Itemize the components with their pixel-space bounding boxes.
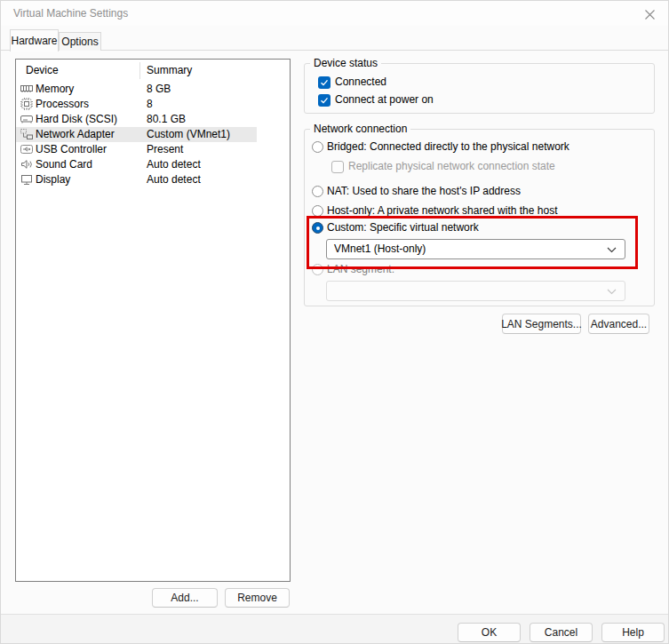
sound-icon (20, 157, 34, 171)
ok-button[interactable]: OK (458, 623, 521, 642)
device-summary: 80.1 GB (147, 112, 186, 127)
remove-button[interactable]: Remove (225, 588, 290, 608)
lan-segments-button[interactable]: LAN Segments... (502, 314, 581, 334)
network-connection-group: Network connection Bridged: Connected di… (304, 129, 655, 306)
device-list: Device Summary Memory 8 GB (15, 59, 291, 582)
device-name: USB Controller (36, 142, 107, 157)
help-button-label: Help (622, 626, 644, 639)
device-name: Hard Disk (SCSI) (36, 112, 117, 127)
lan-segment-label: LAN segment: (327, 263, 394, 276)
lan-segment-radio[interactable] (312, 264, 323, 275)
virtual-machine-settings-dialog: Virtual Machine Settings Hardware Option… (0, 0, 669, 644)
device-status-group: Device status Connected Connect at power… (304, 63, 655, 114)
advanced-button-label: Advanced... (591, 318, 647, 330)
device-row-sound-card[interactable]: Sound Card Auto detect (16, 157, 290, 172)
device-row-display[interactable]: Display Auto detect (16, 172, 290, 187)
device-name: Sound Card (36, 157, 92, 172)
device-summary: 8 (147, 97, 153, 112)
network-connection-legend: Network connection (310, 123, 410, 135)
lan-segments-button-label: LAN Segments... (501, 318, 582, 330)
connected-checkbox[interactable] (318, 76, 331, 89)
nat-label: NAT: Used to share the host's IP address (327, 185, 521, 198)
close-icon (644, 9, 656, 20)
cancel-button-label: Cancel (545, 626, 577, 639)
check-icon (320, 78, 329, 87)
device-summary: 8 GB (147, 82, 171, 97)
custom-label: Custom: Specific virtual network (327, 221, 479, 235)
device-summary: Custom (VMnet1) (147, 127, 230, 142)
custom-network-dropdown[interactable]: VMnet1 (Host-only) (326, 239, 625, 259)
bridged-label: Bridged: Connected directly to the physi… (327, 140, 569, 154)
device-name: Memory (36, 82, 74, 97)
device-row-usb-controller[interactable]: USB Controller Present (16, 142, 290, 157)
device-summary: Auto detect (147, 157, 201, 172)
display-icon (20, 172, 34, 187)
connect-at-power-on-label: Connect at power on (335, 93, 434, 107)
device-name: Network Adapter (36, 127, 115, 142)
advanced-button[interactable]: Advanced... (588, 314, 649, 334)
replicate-checkbox[interactable] (331, 161, 344, 173)
cancel-button[interactable]: Cancel (530, 623, 593, 642)
device-summary: Auto detect (147, 172, 201, 187)
chevron-down-icon (607, 247, 617, 253)
title-bar: Virtual Machine Settings (1, 1, 668, 26)
device-list-header: Device Summary (16, 60, 290, 82)
help-button[interactable]: Help (601, 623, 665, 642)
chevron-down-icon (607, 289, 617, 295)
close-button[interactable] (636, 4, 663, 25)
nat-radio[interactable] (312, 186, 323, 197)
remove-button-label: Remove (237, 592, 277, 604)
tab-options[interactable]: Options (59, 32, 101, 51)
check-icon (320, 96, 329, 105)
processor-icon (20, 97, 34, 111)
memory-icon (20, 82, 34, 96)
tab-hardware-label: Hardware (11, 35, 57, 47)
network-adapter-icon (20, 127, 34, 141)
column-header-summary[interactable]: Summary (147, 60, 192, 82)
bridged-radio[interactable] (312, 141, 323, 153)
custom-radio[interactable] (312, 222, 323, 234)
column-divider[interactable] (139, 62, 140, 79)
connected-label: Connected (335, 76, 386, 89)
connect-at-power-on-checkbox[interactable] (318, 94, 331, 107)
hard-disk-icon (20, 112, 34, 126)
device-row-processors[interactable]: Processors 8 (16, 97, 290, 112)
window-title: Virtual Machine Settings (13, 7, 128, 20)
custom-network-dropdown-value: VMnet1 (Host-only) (334, 242, 426, 255)
usb-icon (20, 142, 34, 156)
device-status-legend: Device status (310, 57, 381, 69)
tab-options-label: Options (61, 36, 98, 48)
column-header-device[interactable]: Device (26, 60, 59, 82)
device-name: Display (36, 172, 70, 187)
device-row-memory[interactable]: Memory 8 GB (16, 82, 290, 97)
add-button[interactable]: Add... (152, 588, 218, 608)
add-button-label: Add... (171, 592, 198, 604)
device-name: Processors (36, 97, 89, 112)
ok-button-label: OK (482, 626, 497, 639)
host-only-radio[interactable] (312, 205, 323, 217)
replicate-label: Replicate physical network connection st… (348, 160, 555, 173)
device-row-network-adapter[interactable]: Network Adapter Custom (VMnet1) (16, 127, 257, 142)
device-row-hard-disk[interactable]: Hard Disk (SCSI) 80.1 GB (16, 112, 290, 127)
lan-segment-dropdown (326, 281, 625, 301)
device-summary: Present (147, 142, 183, 157)
host-only-label: Host-only: A private network shared with… (327, 204, 557, 218)
tab-hardware[interactable]: Hardware (10, 29, 59, 52)
